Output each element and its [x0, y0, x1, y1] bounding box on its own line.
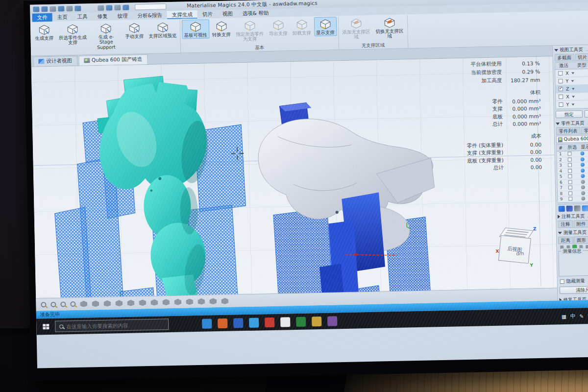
visibility-eye-icon[interactable]	[580, 151, 584, 155]
assign-section-button[interactable]: 指定	[556, 110, 583, 118]
view-mode-icon[interactable]	[114, 5, 121, 10]
chevron-down-icon[interactable]	[571, 72, 574, 74]
taskbar-app-icon[interactable]	[218, 318, 227, 328]
visibility-eye-icon[interactable]	[581, 169, 585, 172]
part-checkbox[interactable]	[568, 186, 572, 190]
viewport-tool-icon[interactable]	[41, 302, 46, 307]
part-checkbox[interactable]	[568, 197, 572, 201]
3d-viewport[interactable]: 平台体积使用 0.13 % 当前摆放密度 0.29 % 加工高度 180.27 …	[31, 56, 557, 298]
ribbon-button[interactable]: 手动支撑	[123, 21, 146, 40]
taskbar-app-icon[interactable]	[280, 317, 290, 327]
part-tool-icon[interactable]	[566, 205, 573, 211]
view-cube-front-face[interactable]: 后视图	[498, 235, 531, 264]
menu-item[interactable]: 视图	[218, 9, 238, 18]
section-tab[interactable]: 圆形	[574, 236, 588, 243]
chevron-down-icon[interactable]	[571, 103, 574, 105]
tray-icon[interactable]: 中	[570, 313, 576, 319]
ribbon-button[interactable]: 支撑区域预览	[147, 20, 179, 40]
undo-icon[interactable]	[49, 6, 56, 11]
viewport-tool-icon[interactable]	[197, 298, 205, 305]
part-row[interactable]: 9	[558, 196, 588, 202]
quick-tool-icon[interactable]	[74, 5, 81, 11]
view-toolpage-header[interactable]: 视图工具页	[554, 46, 588, 54]
viewport-tool-icon[interactable]	[60, 301, 66, 307]
viewport-tool-icon[interactable]	[174, 299, 181, 305]
ribbon-button[interactable]: 生成支撑	[33, 23, 56, 42]
tray-icon[interactable]: ✎	[579, 313, 584, 319]
part-tool-icon[interactable]	[559, 205, 565, 211]
section-checkbox[interactable]	[559, 87, 563, 91]
viewport-tool-icon[interactable]	[92, 300, 99, 307]
section-tab[interactable]: 零件列表	[556, 127, 580, 134]
chevron-down-icon[interactable]	[571, 88, 574, 90]
view-mode-icon[interactable]	[122, 4, 129, 10]
view-mode-icon[interactable]	[106, 5, 112, 10]
viewport-tool-icon[interactable]	[80, 301, 87, 307]
part-checkbox[interactable]	[567, 152, 571, 156]
taskbar-search[interactable]	[55, 318, 169, 332]
viewport-tool-icon[interactable]	[139, 299, 146, 306]
ribbon-button[interactable]: 添加无支撑区域	[340, 16, 372, 41]
measure-toolpage-header[interactable]: 测量工具页	[558, 228, 588, 236]
redo-icon[interactable]	[58, 6, 64, 11]
menu-item[interactable]: 纹理	[112, 12, 132, 21]
viewport-tool-icon[interactable]	[50, 302, 56, 307]
ribbon-button[interactable]: 转换支撑	[210, 19, 233, 38]
section-row[interactable]: Z	[556, 84, 588, 93]
section-tab[interactable]: 附件	[573, 220, 588, 227]
section-checkbox[interactable]	[558, 79, 563, 83]
menu-item[interactable]: 主页	[52, 13, 73, 22]
section-tab[interactable]: 多截面	[554, 53, 574, 61]
quick-search-combo[interactable]	[135, 3, 166, 10]
visibility-eye-icon[interactable]	[581, 196, 585, 200]
annotation-toolpage-header[interactable]: 注释工具页	[558, 212, 588, 220]
ribbon-button[interactable]: 显示支撑	[314, 17, 337, 36]
menu-item[interactable]: 分析&报告	[132, 11, 167, 20]
taskbar-app-icon[interactable]	[296, 317, 306, 326]
viewport-tool-icon[interactable]	[127, 300, 134, 306]
menu-item[interactable]: 文件	[32, 13, 52, 22]
part-checkbox[interactable]	[568, 191, 572, 195]
part-checkbox[interactable]	[568, 163, 572, 167]
quick-tool-icon[interactable]	[66, 5, 73, 11]
clear-dimensions-button[interactable]: 清除尺寸	[560, 286, 588, 294]
section-tab[interactable]: 切片	[575, 53, 588, 61]
visibility-eye-icon[interactable]	[581, 174, 585, 178]
start-button[interactable]	[36, 318, 55, 335]
sidebar-button-partial[interactable]	[584, 110, 588, 118]
section-row[interactable]: Y	[555, 76, 588, 85]
viewport-tool-icon[interactable]	[221, 298, 228, 304]
part-tool-icon[interactable]	[574, 205, 581, 211]
tab-designer-view[interactable]: 设计者视图	[33, 56, 77, 67]
view-mode-icon[interactable]	[98, 5, 104, 10]
viewport-tool-icon[interactable]	[115, 300, 122, 306]
chevron-down-icon[interactable]	[571, 80, 574, 82]
part-checkbox[interactable]	[568, 174, 572, 178]
taskbar-app-icon[interactable]	[233, 318, 243, 328]
part-selector-dropdown[interactable]: Qubea 600 国产铸造	[556, 135, 588, 143]
taskbar-app-icon[interactable]	[202, 318, 212, 328]
ribbon-button[interactable]: 导出支撑	[267, 18, 290, 37]
taskbar-app-icon[interactable]	[312, 316, 321, 326]
tray-icon[interactable]: ▦	[562, 313, 566, 319]
ribbon-button[interactable]: 指定所选零件为支撑	[233, 18, 266, 43]
visibility-eye-icon[interactable]	[581, 185, 585, 189]
part-checkbox[interactable]	[568, 157, 572, 161]
tab-platform-scene[interactable]: Qubea 600 国产铸造	[78, 54, 148, 66]
section-tab[interactable]: 零件信息	[581, 126, 588, 134]
section-checkbox[interactable]	[559, 102, 563, 107]
section-checkbox[interactable]	[559, 95, 563, 99]
viewport-tool-icon[interactable]	[70, 301, 75, 307]
taskbar-app-icon[interactable]	[265, 317, 274, 327]
visibility-eye-icon[interactable]	[581, 157, 585, 161]
visibility-eye-icon[interactable]	[581, 163, 585, 167]
section-tab[interactable]: 距离	[558, 236, 573, 244]
part-checkbox[interactable]	[568, 180, 572, 184]
fix-toolpage-header[interactable]: 修复工具页	[559, 295, 588, 300]
ribbon-button[interactable]: 卸载支撑	[290, 17, 313, 37]
viewport-tool-icon[interactable]	[162, 299, 170, 305]
viewport-tool-icon[interactable]	[103, 300, 111, 307]
save-icon[interactable]	[41, 6, 48, 12]
section-row[interactable]: X	[555, 69, 588, 77]
ribbon-button[interactable]: 生成 e-Stage Support	[90, 21, 122, 51]
